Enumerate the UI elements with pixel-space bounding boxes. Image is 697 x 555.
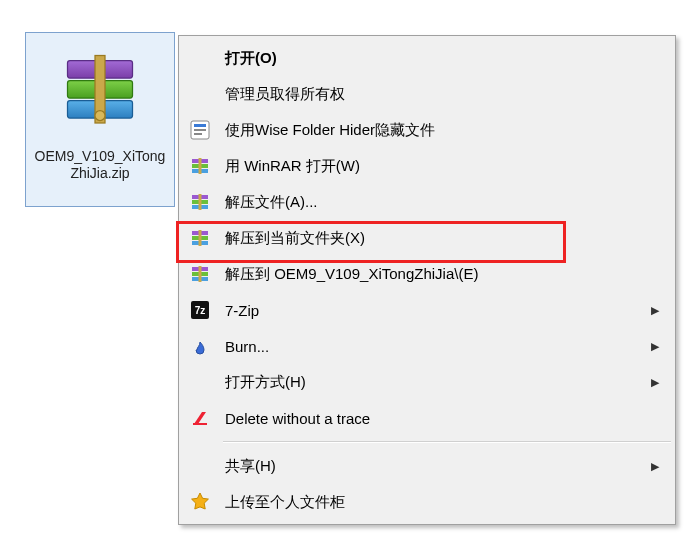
menu-extract-to-folder[interactable]: 解压到 OEM9_V109_XiTongZhiJia\(E)	[181, 256, 673, 292]
menu-label: 7-Zip	[219, 302, 649, 319]
menu-burn[interactable]: Burn... ▶	[181, 328, 673, 364]
delete-trace-icon	[181, 408, 219, 428]
submenu-arrow-icon: ▶	[651, 340, 659, 353]
menu-label: 共享(H)	[219, 457, 649, 476]
menu-open-with[interactable]: 打开方式(H) ▶	[181, 364, 673, 400]
svg-rect-27	[193, 423, 207, 425]
menu-7zip[interactable]: 7z 7-Zip ▶	[181, 292, 673, 328]
menu-label: Burn...	[219, 338, 649, 355]
star-icon	[181, 492, 219, 512]
menu-label: 打开(O)	[219, 49, 649, 68]
wise-folder-icon	[181, 120, 219, 140]
svg-text:7z: 7z	[195, 305, 206, 316]
menu-delete-without-trace[interactable]: Delete without a trace	[181, 400, 673, 436]
svg-rect-6	[194, 124, 206, 127]
svg-rect-8	[194, 133, 202, 135]
menu-label: Delete without a trace	[219, 410, 649, 427]
svg-rect-20	[199, 230, 202, 246]
menu-label: 使用Wise Folder Hider隐藏文件	[219, 121, 649, 140]
menu-label: 上传至个人文件柜	[219, 493, 649, 512]
submenu-arrow-icon: ▶	[651, 376, 659, 389]
menu-label: 管理员取得所有权	[219, 85, 649, 104]
svg-rect-12	[199, 158, 202, 174]
svg-point-4	[95, 111, 105, 121]
context-menu: 打开(O) 管理员取得所有权 使用Wise Folder Hider隐藏文件 用…	[178, 35, 676, 525]
menu-upload-cabinet[interactable]: 上传至个人文件柜	[181, 484, 673, 520]
menu-extract-files[interactable]: 解压文件(A)...	[181, 184, 673, 220]
menu-winrar-open[interactable]: 用 WinRAR 打开(W)	[181, 148, 673, 184]
winrar-icon	[181, 264, 219, 284]
svg-rect-16	[199, 194, 202, 210]
archive-file-icon	[60, 48, 140, 133]
submenu-arrow-icon: ▶	[651, 460, 659, 473]
file-name-label: OEM9_V109_XiTongZhiJia.zip	[26, 148, 174, 182]
menu-separator	[223, 441, 671, 443]
winrar-icon	[181, 156, 219, 176]
menu-open[interactable]: 打开(O)	[181, 40, 673, 76]
menu-label: 打开方式(H)	[219, 373, 649, 392]
svg-rect-7	[194, 129, 206, 131]
menu-label: 解压文件(A)...	[219, 193, 649, 212]
submenu-arrow-icon: ▶	[651, 304, 659, 317]
seven-zip-icon: 7z	[181, 300, 219, 320]
winrar-icon	[181, 228, 219, 248]
menu-extract-here[interactable]: 解压到当前文件夹(X)	[181, 220, 673, 256]
burn-icon	[181, 336, 219, 356]
menu-label: 解压到 OEM9_V109_XiTongZhiJia\(E)	[219, 265, 649, 284]
menu-share[interactable]: 共享(H) ▶	[181, 448, 673, 484]
file-item[interactable]: OEM9_V109_XiTongZhiJia.zip	[25, 32, 175, 207]
svg-rect-24	[199, 266, 202, 282]
menu-label: 用 WinRAR 打开(W)	[219, 157, 649, 176]
menu-wise-folder-hider[interactable]: 使用Wise Folder Hider隐藏文件	[181, 112, 673, 148]
menu-label: 解压到当前文件夹(X)	[219, 229, 649, 248]
menu-admin-ownership[interactable]: 管理员取得所有权	[181, 76, 673, 112]
winrar-icon	[181, 192, 219, 212]
